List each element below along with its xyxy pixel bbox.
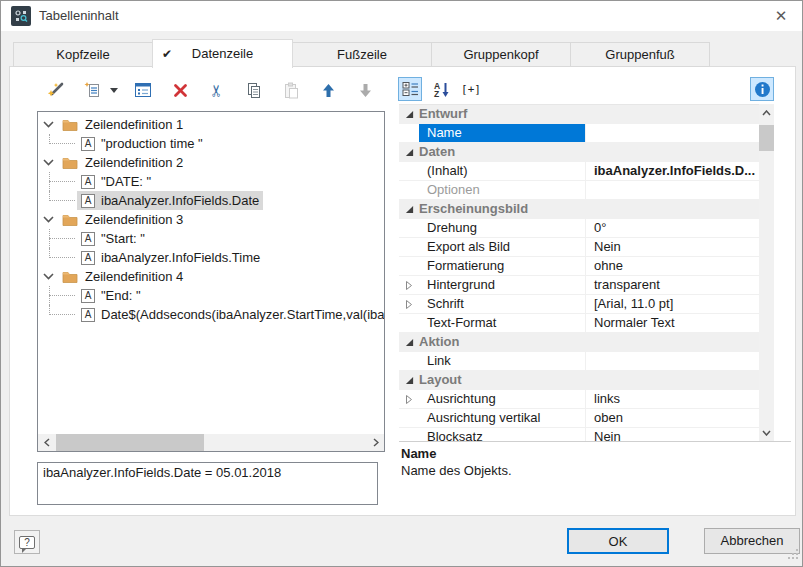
property-row-ausrichtung-vertikal[interactable]: Ausrichtung vertikal oben: [399, 409, 759, 428]
tree-field-row[interactable]: A "End: ": [38, 286, 384, 305]
folder-icon: [62, 270, 78, 283]
category-collapse-icon[interactable]: [405, 338, 414, 347]
tree-field-label: "production time ": [101, 136, 203, 151]
text-element-icon: A: [81, 251, 95, 265]
tree-folder-label: Zeilendefinition 3: [85, 212, 183, 227]
chevron-down-icon[interactable]: [43, 216, 54, 223]
tab-gruppenkopf[interactable]: Gruppenkopf: [431, 42, 571, 67]
expander-right-icon[interactable]: [405, 280, 413, 291]
property-row-drehung[interactable]: Drehung 0°: [399, 219, 759, 238]
property-grid-scrollbar[interactable]: [759, 104, 774, 441]
tree-field-row-selected[interactable]: A ibaAnalyzer.InfoFields.Date: [38, 191, 384, 210]
property-row-name[interactable]: Name: [399, 124, 759, 143]
folder-icon: [62, 118, 78, 131]
text-element-icon: A: [81, 194, 95, 208]
category-row-entwurf[interactable]: Entwurf: [399, 105, 759, 124]
tree-folder-row[interactable]: Zeilendefinition 1: [38, 115, 384, 134]
tree-field-label: "DATE: ": [101, 174, 151, 189]
dialog-title: Tabelleninhalt: [39, 1, 119, 31]
tree-field-label: Date$(Addseconds(ibaAnalyzer.StartTime,v…: [101, 307, 384, 322]
tab-datenzeile[interactable]: ✔ Datenzeile: [152, 39, 293, 68]
tree-folder-row[interactable]: Zeilendefinition 3: [38, 210, 384, 229]
title-bar: Tabelleninhalt ✕: [1, 1, 802, 31]
new-row-dropdown-icon[interactable]: [108, 78, 120, 102]
help-bubble-icon: ?: [19, 536, 35, 549]
tree-field-row[interactable]: A Date$(Addseconds(ibaAnalyzer.StartTime…: [38, 305, 384, 324]
tree-field-row[interactable]: A "Start: ": [38, 229, 384, 248]
tree-rows: Zeilendefinition 1 A "production time " …: [38, 115, 384, 324]
tree-field-label: "Start: ": [101, 231, 145, 246]
property-grid: Entwurf Name Daten (Inhalt) ibaAnalyzer.…: [399, 104, 759, 441]
property-row-link[interactable]: Link: [399, 352, 759, 371]
scroll-up-icon[interactable]: [759, 104, 774, 121]
tree-field-label: ibaAnalyzer.InfoFields.Time: [101, 250, 260, 265]
text-element-icon: A: [81, 289, 95, 303]
property-description-title: Name: [401, 446, 789, 461]
tree-folder-label: Zeilendefinition 1: [85, 117, 183, 132]
tree-horizontal-scrollbar[interactable]: [38, 434, 384, 451]
category-collapse-icon[interactable]: [405, 376, 414, 385]
scroll-down-icon[interactable]: [759, 424, 774, 441]
cancel-button[interactable]: Abbrechen: [704, 528, 800, 554]
row-definition-tree[interactable]: Zeilendefinition 1 A "production time " …: [37, 111, 385, 452]
tree-folder-row[interactable]: Zeilendefinition 2: [38, 153, 384, 172]
property-row-formatierung[interactable]: Formatierung ohne: [399, 257, 759, 276]
svg-text:Z: Z: [434, 89, 439, 98]
row-toolbar: ✂: [44, 78, 390, 102]
tab-page-datenzeile: ✂: [9, 66, 796, 516]
copy-icon[interactable]: [242, 78, 266, 102]
ok-button[interactable]: OK: [567, 528, 669, 554]
delete-icon[interactable]: [168, 78, 192, 102]
category-collapse-icon[interactable]: [405, 110, 414, 119]
scroll-left-icon[interactable]: [38, 434, 55, 451]
property-row-optionen[interactable]: Optionen: [399, 181, 759, 200]
close-button[interactable]: ✕: [768, 6, 794, 26]
tab-kopfzeile[interactable]: Kopfzeile: [13, 42, 153, 67]
new-row-icon[interactable]: [81, 78, 105, 102]
chevron-down-icon[interactable]: [43, 159, 54, 166]
tree-folder-label: Zeilendefinition 2: [85, 155, 183, 170]
scrollbar-thumb[interactable]: [759, 125, 774, 151]
folder-icon: [62, 213, 78, 226]
scroll-right-icon[interactable]: [367, 434, 384, 451]
category-row-aktion[interactable]: Aktion: [399, 333, 759, 352]
sort-alphabetical-icon[interactable]: A Z: [429, 77, 453, 101]
property-row-ausrichtung[interactable]: Ausrichtung links: [399, 390, 759, 409]
edit-properties-icon[interactable]: [131, 78, 155, 102]
wizard-wand-icon[interactable]: [44, 78, 68, 102]
categorized-view-button[interactable]: [398, 77, 422, 101]
category-row-daten[interactable]: Daten: [399, 143, 759, 162]
scrollbar-thumb[interactable]: [56, 434, 204, 451]
expand-all-button[interactable]: [+]: [457, 77, 485, 101]
category-collapse-icon[interactable]: [405, 148, 414, 157]
category-collapse-icon[interactable]: [405, 205, 414, 214]
move-down-icon: [353, 78, 377, 102]
expander-right-icon[interactable]: [405, 299, 413, 310]
property-row-blocksatz[interactable]: Blocksatz Nein: [399, 428, 759, 441]
tree-field-row[interactable]: A ibaAnalyzer.InfoFields.Time: [38, 248, 384, 267]
tab-fusszeile[interactable]: Fußzeile: [292, 42, 432, 67]
chevron-down-icon[interactable]: [43, 273, 54, 280]
tree-field-row[interactable]: A "production time ": [38, 134, 384, 153]
move-up-icon[interactable]: [316, 78, 340, 102]
tree-folder-row[interactable]: Zeilendefinition 4: [38, 267, 384, 286]
property-row-export-als-bild[interactable]: Export als Bild Nein: [399, 238, 759, 257]
category-row-layout[interactable]: Layout: [399, 371, 759, 390]
property-description: Name Name des Objekts.: [399, 441, 791, 515]
info-button[interactable]: [750, 77, 774, 101]
help-button[interactable]: ?: [14, 530, 40, 554]
property-row-schrift[interactable]: Schrift [Arial, 11.0 pt]: [399, 295, 759, 314]
property-row-inhalt[interactable]: (Inhalt) ibaAnalyzer.InfoFields.D...: [399, 162, 759, 181]
tab-gruppenfuss[interactable]: Gruppenfuß: [570, 42, 710, 67]
property-description-text: Name des Objekts.: [401, 463, 789, 478]
cut-icon[interactable]: ✂: [205, 78, 229, 102]
category-row-erscheinungsbild[interactable]: Erscheinungsbild: [399, 200, 759, 219]
property-row-text-format[interactable]: Text-Format Normaler Text: [399, 314, 759, 333]
expander-right-icon[interactable]: [405, 394, 413, 405]
resize-grip[interactable]: [788, 548, 799, 563]
property-row-hintergrund[interactable]: Hintergrund transparent: [399, 276, 759, 295]
folder-icon: [62, 156, 78, 169]
chevron-down-icon[interactable]: [43, 121, 54, 128]
text-element-icon: A: [81, 308, 95, 322]
tree-field-row[interactable]: A "DATE: ": [38, 172, 384, 191]
